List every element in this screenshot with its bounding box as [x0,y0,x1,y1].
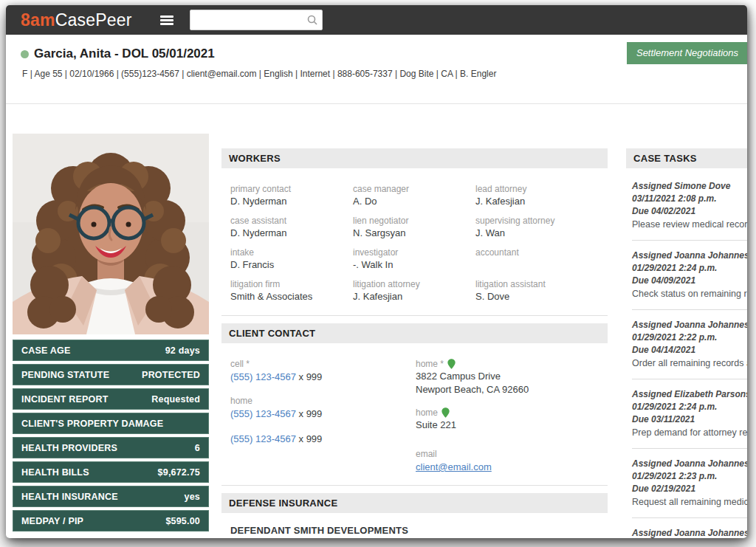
section-divider [221,485,608,486]
stat-value: 6 [195,443,200,453]
stat-label: PENDING STATUTE [21,370,109,380]
phone-extension: x 999 [296,408,322,419]
task-description: Request all remaining medical reco [632,496,747,509]
case-stats-list: CASE AGE 92 days PENDING STATUTE PROTECT… [13,340,209,531]
workers-section-header: WORKERS [221,148,608,168]
worker-value: D. Francis [230,258,353,272]
worker-label: case manager [353,183,475,195]
task-assigned: Assigned Joanna Johannes [632,527,747,538]
task-due: Due 04/09/2021 [632,275,747,287]
address-label: home [416,407,438,419]
stat-row-property-damage[interactable]: CLIENT'S PROPERTY DAMAGE [13,413,209,434]
worker-value: A. Do [353,195,475,208]
task-divider [632,448,747,449]
stat-row-health-insurance[interactable]: HEALTH INSURANCE yes [13,486,209,507]
task-divider [632,517,747,518]
address-line: Suite 221 [416,419,608,432]
address-column: home * 3822 Campus Drive Newport Beach, … [416,358,608,473]
worker-label: litigation attorney [353,278,475,290]
task-item[interactable]: Assigned Joanna Johannes 01/29/2021 2:23… [632,527,747,538]
stat-value: PROTECTED [142,370,200,380]
stat-row-incident-report[interactable]: INCIDENT REPORT Requested [13,388,209,410]
stat-value: Requested [151,394,200,405]
stat-row-medpay-pip[interactable]: MEDPAY / PIP $595.00 [13,510,209,531]
phone-column: cell * (555) 123-4567 x 999 home (555) 1… [230,358,416,473]
stat-label: CLIENT'S PROPERTY DAMAGE [21,419,163,429]
worker-value: N. Sargsyan [353,227,475,240]
task-created: 01/29/2021 2:24 p.m. [632,401,747,413]
task-due: Due 04/14/2021 [632,344,747,357]
phone-entry: cell * (555) 123-4567 x 999 [230,358,416,383]
address-label: home * [416,358,444,370]
phone-entry: home (555) 123-4567 x 999 [230,395,416,420]
defense-insurance-section-header: DEFENSE INSURANCE [221,493,608,513]
logo-suffix: CasePeer [55,10,132,30]
phone-link[interactable]: (555) 123-4567 [230,433,296,444]
worker-value: -. Walk In [353,258,475,272]
stat-label: INCIDENT REPORT [21,394,109,405]
email-link[interactable]: client@email.com [416,461,492,472]
hamburger-menu-icon[interactable] [160,16,173,25]
email-label: email [416,448,608,460]
worker-label: litigation firm [230,278,353,290]
search-icon [307,15,317,25]
worker-label: case assistant [230,215,353,227]
address-entry: home Suite 221 [416,407,608,432]
task-assigned: Assigned Joanna Johannes [632,458,747,470]
task-due: Due 04/02/2021 [632,205,747,218]
task-item[interactable]: Assigned Joanna Johannes 01/29/2021 2:24… [632,250,747,300]
phone-extension: x 999 [296,433,322,444]
task-item[interactable]: Assigned Joanna Johannes 01/29/2021 2:23… [632,458,747,509]
search-input[interactable] [190,10,323,30]
worker-label: accountant [475,247,608,258]
worker-field: accountant [475,247,608,272]
worker-field: case manager A. Do [353,183,475,208]
worker-field: supervising attorney J. Wan [475,215,608,240]
map-pin-icon[interactable] [447,359,456,369]
worker-field: intake D. Francis [230,247,353,272]
task-divider [632,309,747,310]
phone-link[interactable]: (555) 123-4567 [230,371,296,382]
task-item[interactable]: Assigned Simone Dove 03/11/2021 2:08 p.m… [632,180,747,231]
stat-row-pending-statute[interactable]: PENDING STATUTE PROTECTED [13,364,209,385]
task-description: Order all remaining records and bil [632,357,747,370]
task-item[interactable]: Assigned Joanna Johannes 01/29/2021 2:22… [632,319,747,370]
stat-row-health-bills[interactable]: HEALTH BILLS $9,672.75 [13,461,209,483]
stat-row-case-age[interactable]: CASE AGE 92 days [13,340,209,361]
address-line: Newport Beach, CA 92660 [416,383,608,396]
app-logo[interactable]: 8amCasePeer [21,10,132,30]
task-assigned: Assigned Simone Dove [632,180,747,193]
case-header: Garcia, Anita - DOL 05/01/2021 F | Age 5… [6,35,747,104]
defendant-name[interactable]: DEFENDANT SMITH DEVELOPMENTS [221,513,608,536]
task-assigned: Assigned Elizabeth Parsons [632,388,747,401]
phone-link[interactable]: (555) 123-4567 [230,408,296,419]
case-tasks-section-header: CASE TASKS [626,148,747,168]
address-entry: home * 3822 Campus Drive Newport Beach, … [416,358,608,396]
task-divider [632,240,747,241]
task-created: 01/29/2021 2:22 p.m. [632,331,747,344]
task-created: 01/29/2021 2:24 p.m. [632,262,747,275]
left-panel: CASE AGE 92 days PENDING STATUTE PROTECT… [13,134,209,534]
worker-label: primary contact [230,183,353,195]
phone-label: home [230,395,416,407]
phone-entry: (555) 123-4567 x 999 [230,432,416,445]
map-pin-icon[interactable] [441,407,450,418]
task-description: Please review medical records and [632,219,747,231]
stat-row-health-providers[interactable]: HEALTH PROVIDERS 6 [13,437,209,458]
stat-label: HEALTH INSURANCE [21,492,118,502]
worker-value: D. Nyderman [230,227,353,240]
task-description: Check status on remaining records [632,288,747,300]
email-entry: email client@email.com [416,448,608,473]
stat-value: yes [185,492,200,502]
task-item[interactable]: Assigned Elizabeth Parsons 01/29/2021 2:… [632,388,747,439]
stat-label: CASE AGE [21,345,70,356]
case-stage-button[interactable]: Settlement Negotiations [627,42,747,64]
stat-value: $9,672.75 [158,467,200,478]
task-created: 01/29/2021 2:23 p.m. [632,470,747,483]
worker-label: lead attorney [475,183,608,195]
worker-field: litigation attorney J. Kafesjian [353,278,475,303]
task-description: Prep demand for attorney review [632,427,747,439]
search-box [190,10,323,30]
worker-value: D. Nyderman [230,195,353,208]
stat-value: $595.00 [165,516,200,526]
